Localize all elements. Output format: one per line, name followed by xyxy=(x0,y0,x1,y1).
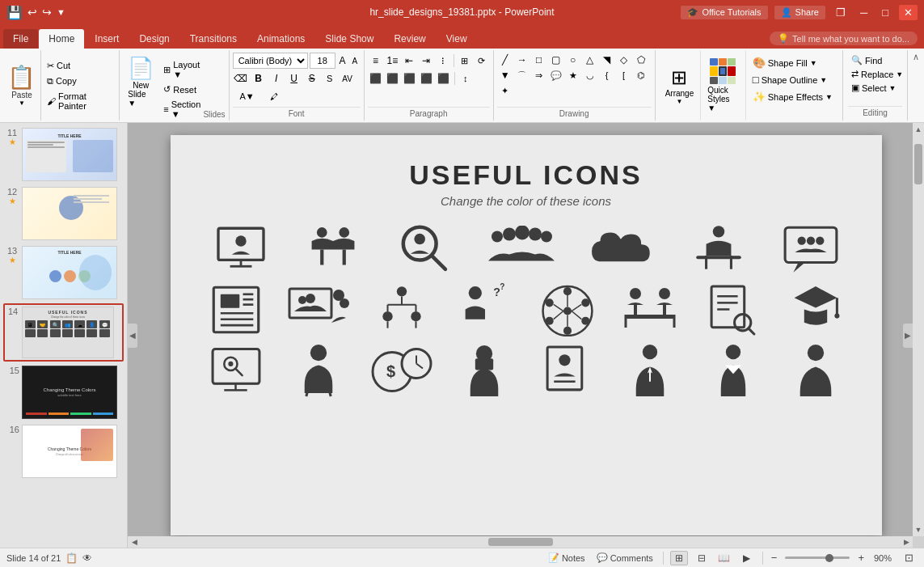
scroll-up-arrow[interactable]: ▲ xyxy=(913,123,924,136)
new-slide-button[interactable]: 📄 New Slide ▼ xyxy=(123,53,158,110)
align-left-button[interactable]: ⬛ xyxy=(368,70,384,87)
paste-button[interactable]: 📋 Paste ▼ xyxy=(3,50,41,121)
slide-canvas[interactable]: USEFUL ICONS Change the color of these i… xyxy=(171,135,882,535)
zoom-in-button[interactable]: + xyxy=(856,552,866,564)
clear-format-button[interactable]: ⌫ xyxy=(233,70,249,87)
shape-rounded-button[interactable]: ▢ xyxy=(548,53,564,67)
minimize-button[interactable]: ─ xyxy=(856,5,871,20)
columns-button[interactable]: ⫶ xyxy=(435,53,451,69)
shadow-button[interactable]: S xyxy=(322,70,338,87)
notes-button[interactable]: 📝 Notes xyxy=(545,552,589,564)
slide-thumb-15[interactable]: 15 Changing Theme Colorssubtitle text he… xyxy=(3,364,124,421)
tab-review[interactable]: Review xyxy=(384,29,435,49)
shape-star-button[interactable]: ★ xyxy=(565,68,581,83)
shape-arc-button[interactable]: ◡ xyxy=(582,68,598,83)
tab-slideshow[interactable]: Slide Show xyxy=(315,29,383,49)
horizontal-scrollbar[interactable]: ◀ ▶ xyxy=(128,536,913,548)
text-direction-button[interactable]: ⊞ xyxy=(457,53,473,69)
bold-button[interactable]: B xyxy=(251,70,267,87)
shape-rect-button[interactable]: □ xyxy=(531,53,547,67)
slide-thumb-13[interactable]: 13 ★ TITLE HERE xyxy=(3,244,124,301)
sidebar-toggle-left[interactable]: ◀ xyxy=(128,324,137,348)
shape-dart-button[interactable]: ⇒ xyxy=(531,68,547,83)
slide-thumb-11[interactable]: 11 ★ TITLE HERE xyxy=(3,126,124,183)
tab-design[interactable]: Design xyxy=(129,29,179,49)
sidebar-toggle-right[interactable]: ▶ xyxy=(903,324,913,348)
font-size-input[interactable] xyxy=(310,53,335,69)
shape-pentagon-button[interactable]: ⬠ xyxy=(633,53,649,67)
close-button[interactable]: ✕ xyxy=(899,5,918,20)
vertical-scrollbar[interactable]: ▲ ▼ xyxy=(913,123,924,536)
slide-thumb-12[interactable]: 12 ★ xyxy=(3,185,124,242)
shape-line-button[interactable]: ╱ xyxy=(497,53,513,67)
shape-curve-button[interactable]: ⌒ xyxy=(514,68,530,83)
find-button[interactable]: 🔍Find xyxy=(848,53,902,67)
shape-outline-button[interactable]: □Shape Outline▼ xyxy=(749,72,836,87)
shape-diamond-button[interactable]: ◇ xyxy=(616,53,632,67)
ribbon-collapse-button[interactable]: ∧ xyxy=(908,50,924,64)
tab-file[interactable]: File xyxy=(3,29,38,49)
align-right-button[interactable]: ⬛ xyxy=(402,70,418,87)
shape-curly-button[interactable]: { xyxy=(599,68,615,83)
normal-view-button[interactable]: ⊞ xyxy=(670,551,688,565)
scroll-thumb-vertical[interactable] xyxy=(914,144,922,184)
undo-icon[interactable]: ↩ xyxy=(27,6,37,19)
comments-button[interactable]: 💬 Comments xyxy=(593,552,656,564)
tell-me-input[interactable]: 💡 Tell me what you want to do... xyxy=(770,32,918,45)
copy-button[interactable]: ⧉Copy xyxy=(44,74,108,88)
tab-animations[interactable]: Animations xyxy=(247,29,314,49)
align-center-button[interactable]: ⬛ xyxy=(385,70,401,87)
zoom-slider-track[interactable] xyxy=(785,556,850,559)
fit-screen-button[interactable]: ⊡ xyxy=(900,551,918,565)
char-spacing-button[interactable]: AV xyxy=(340,70,356,87)
redo-icon[interactable]: ↪ xyxy=(42,6,52,19)
dist-columns-button[interactable]: ⬛ xyxy=(436,70,452,87)
font-color-button[interactable]: A▼ xyxy=(233,88,262,104)
shape-triangle-button[interactable]: △ xyxy=(582,53,598,67)
section-button[interactable]: ≡Section ▼ xyxy=(161,98,203,121)
quick-styles-button[interactable]: Quick Styles ▼ xyxy=(701,50,746,121)
shape-bracket-button[interactable]: [ xyxy=(616,68,632,83)
shape-callout-button[interactable]: 💬 xyxy=(548,68,564,83)
zoom-out-button[interactable]: − xyxy=(770,552,779,564)
font-family-select[interactable]: Calibri (Body) xyxy=(233,53,308,69)
text-highlight-button[interactable]: 🖍 xyxy=(264,88,285,104)
format-painter-button[interactable]: 🖌Format Painter xyxy=(44,90,108,112)
reading-view-button[interactable]: 📖 xyxy=(715,551,733,565)
scroll-track[interactable] xyxy=(913,136,924,523)
slide-sorter-button[interactable]: ⊟ xyxy=(693,551,711,565)
office-tutorials-button[interactable]: 🎓 Office Tutorials xyxy=(681,6,767,19)
maximize-button[interactable]: □ xyxy=(878,5,892,20)
zoom-slider-thumb[interactable] xyxy=(825,554,833,562)
shape-oval-button[interactable]: ○ xyxy=(565,53,581,67)
tab-insert[interactable]: Insert xyxy=(85,29,129,49)
increase-indent-button[interactable]: ⇥ xyxy=(418,53,434,69)
share-button[interactable]: 👤 Share xyxy=(774,6,825,19)
decrease-font-button[interactable]: A xyxy=(349,53,360,68)
increase-font-button[interactable]: A xyxy=(337,53,348,68)
slide-thumb-14[interactable]: 14 USEFUL ICONS Change the color of thes… xyxy=(3,303,124,362)
underline-button[interactable]: U xyxy=(286,70,302,87)
bullets-button[interactable]: ≡ xyxy=(368,53,384,69)
decrease-indent-button[interactable]: ⇤ xyxy=(401,53,417,69)
scroll-down-arrow[interactable]: ▼ xyxy=(913,523,924,536)
numbering-button[interactable]: 1≡ xyxy=(385,53,401,69)
layout-button[interactable]: ⊞Layout ▼ xyxy=(161,58,203,81)
cut-button[interactable]: ✂Cut xyxy=(44,59,108,73)
tab-view[interactable]: View xyxy=(437,29,477,49)
shape-fill-button[interactable]: 🎨Shape Fill▼ xyxy=(749,55,836,70)
scroll-right-arrow[interactable]: ▶ xyxy=(900,536,913,548)
customize-qat-icon[interactable]: ▼ xyxy=(57,7,65,17)
reset-button[interactable]: ↺Reset xyxy=(161,83,203,96)
scroll-left-arrow[interactable]: ◀ xyxy=(128,536,141,548)
shape-custom2-button[interactable]: ✦ xyxy=(497,83,513,98)
restore-button[interactable]: ❐ xyxy=(832,5,850,20)
shape-rtriangle-button[interactable]: ◥ xyxy=(599,53,615,67)
save-icon[interactable]: 💾 xyxy=(6,5,23,20)
slideshow-button[interactable]: ▶ xyxy=(738,551,756,565)
scroll-thumb-horizontal[interactable] xyxy=(488,538,553,546)
slide-thumb-16[interactable]: 16 Changing Theme ColorsChange all color… xyxy=(3,423,124,480)
scroll-h-track[interactable] xyxy=(141,536,900,548)
arrange-button[interactable]: ⊞ Arrange ▼ xyxy=(659,50,702,121)
italic-button[interactable]: I xyxy=(268,70,285,87)
